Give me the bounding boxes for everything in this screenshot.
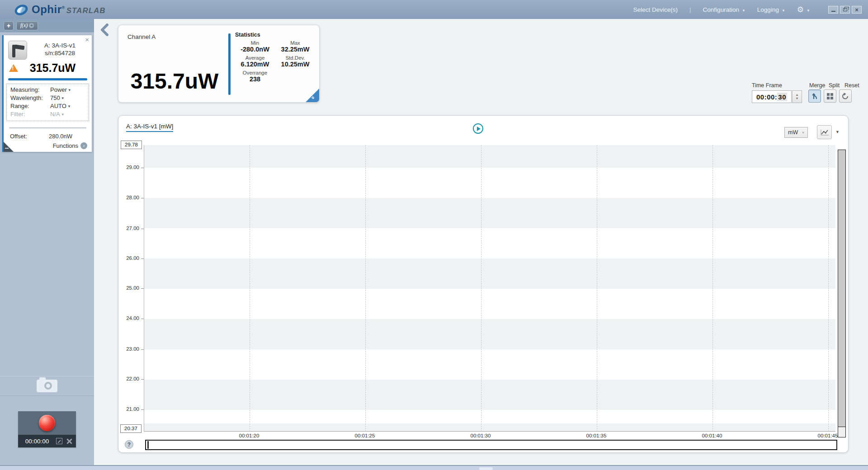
y-tick-mark <box>141 198 144 198</box>
close-icon: × <box>855 6 859 13</box>
help-button[interactable]: ? <box>125 440 133 449</box>
y-tick-mark <box>141 349 144 350</box>
caret-down-icon: ▼ <box>68 86 71 94</box>
restore-button[interactable] <box>840 6 850 14</box>
y-tick-label: 27.00 <box>118 226 139 231</box>
record-button-area <box>18 411 76 435</box>
measuring-dropdown[interactable]: Power▼ <box>50 86 71 94</box>
screenshot-zone <box>0 376 94 396</box>
x-tick-label: 00:01:25 <box>351 433 378 438</box>
device-serial: s/n:854728 <box>32 49 88 57</box>
range-level-bar <box>8 78 87 80</box>
caret-down-icon: ▼ <box>782 9 785 13</box>
timeframe-spinner[interactable]: ▲▼ <box>792 90 802 103</box>
vertical-scrollbar-thumb[interactable] <box>838 427 846 437</box>
caret-down-icon: ▼ <box>61 94 65 103</box>
caret-down-icon: ▼ <box>807 9 810 13</box>
x-tick-label: 00:01:30 <box>467 433 494 438</box>
close-button[interactable]: × <box>852 6 862 14</box>
minus-icon <box>5 148 9 149</box>
setting-measuring: Measuring: Power▼ <box>10 86 85 94</box>
range-dropdown[interactable]: AUTO▼ <box>50 102 71 110</box>
record-button[interactable] <box>39 415 55 431</box>
y-tick-mark <box>141 288 144 289</box>
camera-icon[interactable] <box>37 380 57 392</box>
timeline-scrollbar[interactable] <box>145 440 837 450</box>
gear-icon: ⚙ <box>797 5 804 14</box>
statistics-title: Statistics <box>235 32 316 38</box>
plus-circle-icon: + <box>29 23 34 28</box>
caret-down-icon: ˅ <box>802 131 804 135</box>
chart-title-tab[interactable]: A: 3A-IS-v1 [mW] <box>126 123 173 132</box>
functions-link[interactable]: Functions › <box>53 142 87 149</box>
setting-wavelength: Wavelength: 750▼ <box>10 94 85 102</box>
taskbar-edge <box>0 465 868 470</box>
add-device-button[interactable]: + <box>4 21 14 30</box>
menu-logging[interactable]: Logging▼ <box>757 6 785 13</box>
popout-icon[interactable] <box>56 438 62 444</box>
x-tick-label: 00:01:35 <box>583 433 610 438</box>
chart-type-caret-icon[interactable]: ▼ <box>835 130 840 134</box>
channel-reading: 315.7uW <box>122 69 227 94</box>
registered-mark: ® <box>62 5 65 10</box>
play-button[interactable] <box>473 123 483 134</box>
expand-arrows-icon: » <box>310 94 317 101</box>
restore-icon <box>843 8 847 11</box>
timeframe-seconds-segment[interactable]: 30 <box>777 93 787 101</box>
titlebar: Ophir® STARLAB Select Device(s) | Config… <box>0 0 868 19</box>
gridline <box>597 145 597 432</box>
offset-value: 280.0nW <box>49 133 72 140</box>
minimize-button[interactable] <box>828 6 838 14</box>
expand-card-handle[interactable]: » <box>306 89 319 102</box>
gridline <box>250 145 250 432</box>
stat-stddev-label: Std.Dev. <box>275 53 316 61</box>
gridline <box>365 145 366 432</box>
taskbar-hint <box>479 467 493 470</box>
y-tick-label: 25.00 <box>118 285 139 291</box>
timeframe-label: Time Frame <box>752 82 782 89</box>
merge-icon <box>811 92 819 100</box>
reset-button[interactable] <box>839 89 852 103</box>
y-tick-label: 24.00 <box>118 315 139 321</box>
merge-label: Merge <box>809 82 825 89</box>
stats-divider-bar <box>228 33 231 95</box>
unit-select[interactable]: mW˅ <box>784 127 808 138</box>
plot-area[interactable] <box>144 145 835 432</box>
setting-range: Range: AUTO▼ <box>10 102 85 110</box>
y-tick-mark <box>141 229 144 229</box>
device-name: A: 3A-IS-v1 <box>32 42 88 49</box>
y-tick-mark <box>141 409 144 410</box>
tools-icon[interactable] <box>66 438 72 444</box>
menu-select-devices[interactable]: Select Device(s) <box>633 6 678 13</box>
channel-a-card[interactable]: Channel A 315.7uW Statistics Min Max -28… <box>118 25 320 103</box>
y-tick-label: 22.00 <box>118 376 139 381</box>
device-card[interactable]: × A: 3A-IS-v1 s/n:854728 ! 315.7uW Measu… <box>2 35 92 152</box>
settings-gear-menu[interactable]: ⚙▼ <box>797 5 810 14</box>
chevron-right-icon: › <box>80 142 87 149</box>
stat-min-value: -280.0nW <box>235 46 275 53</box>
split-label: Split <box>829 82 840 89</box>
vertical-scrollbar[interactable] <box>838 150 846 437</box>
chart-type-button[interactable] <box>817 125 832 139</box>
titlebar-menu: Select Device(s) | Configuration▼ Loggin… <box>633 0 868 19</box>
split-button[interactable] <box>824 89 836 103</box>
timeline-cursor[interactable] <box>147 441 149 449</box>
y-tick-mark <box>141 319 144 319</box>
gridline <box>828 145 829 432</box>
brand-name: Ophir® <box>32 3 65 16</box>
minimize-icon <box>831 11 835 12</box>
menu-configuration[interactable]: Configuration▼ <box>703 6 745 13</box>
device-close-icon[interactable]: × <box>85 36 89 43</box>
add-function-button[interactable]: f(x)+ <box>16 21 38 30</box>
merge-button[interactable] <box>808 89 821 103</box>
brand-product: STARLAB <box>66 6 106 15</box>
wavelength-dropdown[interactable]: 750▼ <box>50 94 65 102</box>
channel-title: Channel A <box>127 33 156 40</box>
back-chevron-icon[interactable] <box>100 24 109 36</box>
y-max-box: 29.78 <box>121 141 142 149</box>
timeframe-input[interactable]: 00:00:30 <box>752 90 792 103</box>
offset-row: Offset: 280.0nW <box>4 128 92 140</box>
collapse-card-handle[interactable] <box>4 142 14 152</box>
recorder-panel: 00:00:00 <box>18 411 76 447</box>
caret-down-icon: ▼ <box>67 103 71 111</box>
